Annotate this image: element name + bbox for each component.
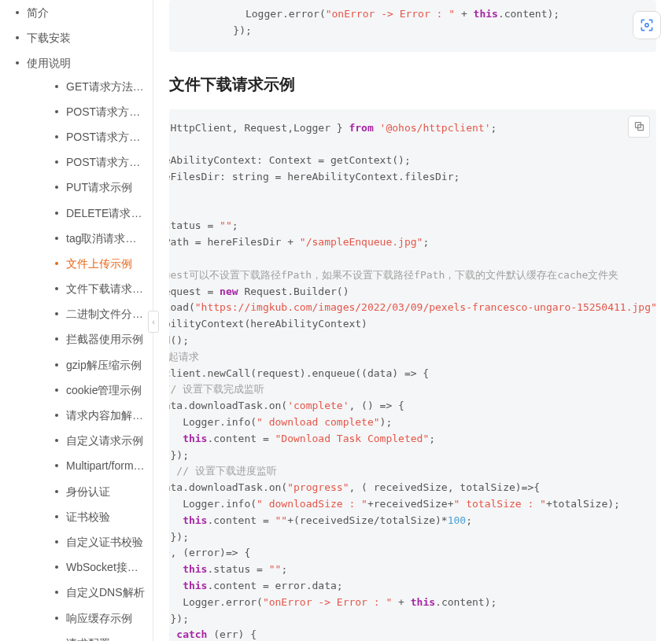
viewfinder-icon	[639, 17, 655, 33]
main-content[interactable]: Logger.error("onError -> Error : " + thi…	[153, 0, 672, 641]
svg-point-2	[645, 24, 648, 27]
sidebar-subitem[interactable]: PUT请求示例	[27, 175, 153, 200]
sidebar-subitem[interactable]: 响应缓存示例	[27, 606, 153, 631]
sidebar-subitem[interactable]: 文件下载请求示例	[27, 276, 153, 301]
sidebar-subitem[interactable]: 自定义DNS解析	[27, 580, 153, 605]
floating-screenshot-button[interactable]	[633, 11, 661, 39]
sidebar-subitem[interactable]: 自定义证书校验	[27, 529, 153, 554]
sidebar-subitem[interactable]: Multipart/form-dat...	[27, 453, 153, 478]
sidebar-subitem[interactable]: 请求内容加解密示例	[27, 403, 153, 428]
sidebar-subitem[interactable]: DELETE请求示例	[27, 201, 153, 226]
sidebar-item[interactable]: 简介	[0, 0, 153, 25]
sidebar-subitem[interactable]: 文件上传示例	[27, 251, 153, 276]
sidebar-subitem[interactable]: POST请求方法示例	[27, 99, 153, 124]
sidebar-subitem[interactable]: 身份认证	[27, 479, 153, 504]
sidebar-item[interactable]: 使用说明GET请求方法示例POST请求方法示例POST请求方法带两...POST…	[0, 50, 153, 641]
copy-icon	[633, 120, 645, 132]
sidebar-subitem[interactable]: 二进制文件分片上...	[27, 301, 153, 326]
code-block-download-example: { HttpClient, Request,Logger } from '@oh…	[169, 109, 656, 641]
sidebar-subitem[interactable]: 拦截器使用示例	[27, 326, 153, 352]
sidebar-item[interactable]: 下载安装	[0, 25, 153, 50]
sidebar-subitem[interactable]: 请求配置response...	[27, 631, 153, 641]
code-content[interactable]: { HttpClient, Request,Logger } from '@oh…	[169, 109, 656, 641]
sidebar-subitem[interactable]: tag取消请求示例	[27, 226, 153, 251]
sidebar-subitem[interactable]: WbSocket接口请求...	[27, 554, 153, 580]
sidebar-nav[interactable]: 简介下载安装使用说明GET请求方法示例POST请求方法示例POST请求方法带两.…	[0, 0, 153, 641]
copy-code-button[interactable]	[628, 116, 650, 138]
sidebar-subitem[interactable]: 证书校验	[27, 504, 153, 529]
sidebar-subitem[interactable]: 自定义请求示例	[27, 428, 153, 453]
sidebar-subitem[interactable]: POST请求方法使用...	[27, 149, 153, 175]
sidebar-subitem[interactable]: POST请求方法带两...	[27, 124, 153, 149]
sidebar-subitem[interactable]: cookie管理示例	[27, 378, 153, 403]
sidebar-subitem[interactable]: GET请求方法示例	[27, 74, 153, 99]
sidebar-subitem[interactable]: gzip解压缩示例	[27, 352, 153, 378]
code-block-previous-tail: Logger.error("onError -> Error : " + thi…	[169, 0, 656, 52]
section-heading: 文件下载请求示例	[169, 74, 656, 95]
